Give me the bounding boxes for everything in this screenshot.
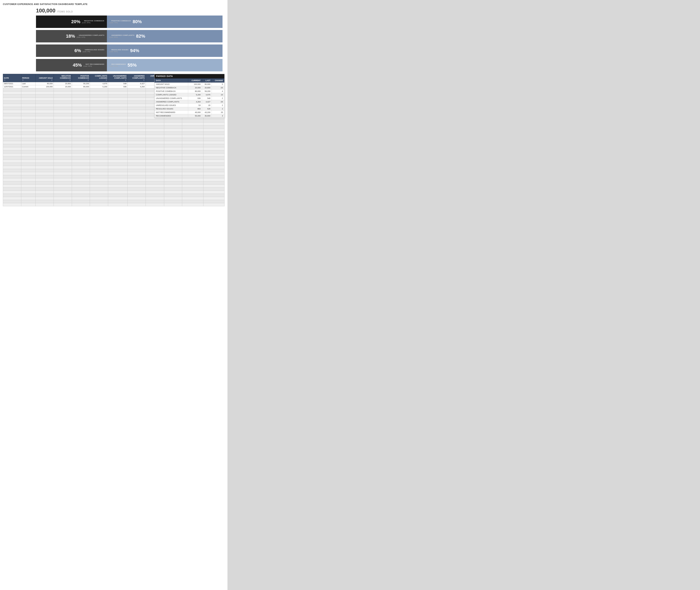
- table-row-empty: [3, 169, 225, 172]
- parsed-data-title: PARSED DATA: [154, 74, 224, 78]
- kpi-left-pct-2: 6%: [75, 48, 81, 54]
- kpi-bar-0: 20% NEGATIVE COMEBACK (Last: 26%) POSITI…: [36, 15, 223, 28]
- kpi-right-sub-3: (Last: 46%): [109, 65, 126, 67]
- kpi-right-label-1: ANSWERED COMPLAINTS: [111, 34, 134, 36]
- table-row-empty: [3, 160, 225, 163]
- table-row-empty: [3, 175, 225, 178]
- parsed-table-row: NEGATIVE COMEBACK20,00020,800-25: [155, 86, 224, 90]
- kpi-bar-3: 45% NOT RECOMMENDED (Last: 54%) RECOMMEN…: [36, 59, 223, 71]
- table-row-empty: [3, 119, 225, 122]
- kpi-right-pct-2: 94%: [130, 48, 139, 54]
- table-row-empty: [3, 203, 225, 206]
- parsed-table-row: UNRESOLVED ISSUES53202: [155, 104, 224, 107]
- kpi-left-0: 20% NEGATIVE COMEBACK (Last: 26%): [36, 15, 107, 28]
- kpi-left-2: 6% UNRESOLVED ISSUES (Last: 4%): [36, 44, 107, 57]
- th-date[interactable]: DATE ▼: [3, 74, 21, 82]
- page-title: CUSTOMER EXPERIENCE AND SATISFACTION DAS…: [3, 3, 225, 5]
- kpi-left-sub-2: (Last: 4%): [83, 51, 104, 53]
- kpi-left-pct-3: 45%: [73, 63, 82, 68]
- items-sold-row: 100,000 ITEMS SOLD: [36, 7, 223, 14]
- parsed-th-data: DATA: [155, 79, 188, 83]
- th-unanswered-complaints[interactable]: UNANSWERED COMPLAINTS ▼: [108, 74, 128, 82]
- items-sold-value: 100,000: [36, 7, 55, 14]
- table-row-empty: [3, 154, 225, 157]
- kpi-right-label-2: RESOLVED ISSUES: [111, 49, 128, 51]
- kpi-right-sub-1: (Last: 89%): [109, 36, 134, 38]
- table-row-empty: [3, 166, 225, 169]
- table-row-empty: [3, 129, 225, 132]
- items-sold-label: ITEMS SOLD: [57, 10, 73, 13]
- kpi-left-pct-1: 18%: [66, 33, 75, 39]
- kpi-left-sub-0: (Last: 26%): [82, 22, 104, 24]
- table-row-empty: [3, 191, 225, 194]
- table-row-empty: [3, 132, 225, 135]
- table-row-empty: [3, 197, 225, 200]
- parsed-table-row: NOT RECOMMENDED45,00043,20025: [155, 111, 224, 114]
- kpi-area: 100,000 ITEMS SOLD 20% NEGATIVE COMEBACK…: [36, 7, 223, 71]
- kpi-right-3: RECOMMENDED (Last: 46%) 55%: [107, 59, 223, 71]
- table-row-empty: [3, 122, 225, 125]
- th-complaints-lodged[interactable]: COMPLAINTS LODGED ▼: [90, 74, 108, 82]
- parsed-table-row: AMOUNT SOLD100,00080,0005: [155, 83, 224, 86]
- table-row-empty: [3, 188, 225, 191]
- kpi-bar-2: 6% UNRESOLVED ISSUES (Last: 4%) RESOLVED…: [36, 44, 223, 57]
- parsed-data-box: PARSED DATA DATA CURRENT LAST CHANGE AMO…: [154, 74, 225, 118]
- kpi-bar-1: 18% UNANSWERED COMPLAINTS (Last: 11%) AN…: [36, 30, 223, 42]
- kpi-right-pct-1: 82%: [136, 33, 145, 39]
- th-answered-complaints[interactable]: ANSWERED COMPLAINTS ▼: [127, 74, 146, 82]
- parsed-th-last: LAST: [202, 79, 212, 83]
- parsed-table-row: POSITIVE COMEBACK80,00059,2004: [155, 90, 224, 93]
- th-amount-sold[interactable]: AMOUNT SOLD ▼: [35, 74, 53, 82]
- page: CUSTOMER EXPERIENCE AND SATISFACTION DAS…: [0, 0, 227, 590]
- kpi-right-sub-2: (Last: 96%): [109, 51, 128, 53]
- table-row-empty: [3, 151, 225, 154]
- parsed-table-row: ANSWERED COMPLAINTS4,2644,427-26: [155, 100, 224, 104]
- kpi-left-label-2: UNRESOLVED ISSUES: [85, 49, 104, 51]
- kpi-left-1: 18% UNANSWERED COMPLAINTS (Last: 11%): [36, 30, 107, 42]
- parsed-table-row: UNANSWERED COMPLAINTS9365482: [155, 97, 224, 100]
- th-period[interactable]: PERIOD ▼: [21, 74, 35, 82]
- table-row-empty: [3, 144, 225, 147]
- table-row-empty: [3, 181, 225, 185]
- kpi-left-sub-3: (Last: 54%): [84, 65, 104, 67]
- table-row-empty: [3, 172, 225, 175]
- table-row-empty: [3, 147, 225, 151]
- parsed-header-row: DATA CURRENT LAST CHANGE: [155, 79, 224, 83]
- kpi-right-pct-3: 55%: [128, 63, 137, 68]
- kpi-left-label-0: NEGATIVE COMEBACK: [84, 20, 104, 22]
- kpi-right-1: ANSWERED COMPLAINTS (Last: 89%) 82%: [107, 30, 223, 42]
- table-row-empty: [3, 141, 225, 144]
- table-row-empty: [3, 138, 225, 141]
- kpi-left-3: 45% NOT RECOMMENDED (Last: 54%): [36, 59, 107, 71]
- table-row-empty: [3, 125, 225, 129]
- kpi-right-0: POSITIVE COMEBACK (Last: 74%) 80%: [107, 15, 223, 28]
- parsed-table-row: RESOLVED ISSUES8835282: [155, 107, 224, 111]
- kpi-right-label-3: RECOMMENDED: [111, 63, 126, 65]
- table-row-empty: [3, 157, 225, 160]
- table-row-empty: [3, 200, 225, 203]
- table-row-empty: [3, 178, 225, 181]
- kpi-left-label-3: NOT RECOMMENDED: [86, 63, 104, 65]
- main-content-area: DATE ▼ PERIOD ▼ AMOUNT SOLD ▼ NEGATIVE: [3, 74, 225, 206]
- parsed-table: DATA CURRENT LAST CHANGE AMOUNT SOLD100,…: [154, 78, 224, 118]
- kpi-left-sub-1: (Last: 11%): [77, 36, 104, 38]
- table-row-empty: [3, 194, 225, 197]
- kpi-left-pct-0: 20%: [71, 19, 81, 24]
- parsed-th-change: CHANGE: [212, 79, 224, 83]
- kpi-left-label-1: UNANSWERED COMPLAINTS: [79, 34, 104, 36]
- kpi-right-2: RESOLVED ISSUES (Last: 96%) 94%: [107, 44, 223, 57]
- kpi-right-pct-0: 80%: [133, 19, 142, 24]
- parsed-table-row: COMPLAINTS LODGED5,2004,97523: [155, 93, 224, 97]
- parsed-th-current: CURRENT: [188, 79, 202, 83]
- kpi-right-label-0: POSITIVE COMEBACK: [111, 20, 131, 22]
- table-row-empty: [3, 163, 225, 166]
- parsed-table-row: RECOMMENDED55,00036,8003: [155, 114, 224, 118]
- table-row-empty: [3, 135, 225, 138]
- th-negative-comeback[interactable]: NEGATIVE COMEBACK ▼: [53, 74, 72, 82]
- kpi-right-sub-0: (Last: 74%): [109, 22, 131, 24]
- th-positive-comeback[interactable]: POSITIVE COMEBACK ▼: [72, 74, 90, 82]
- table-row-empty: [3, 185, 225, 188]
